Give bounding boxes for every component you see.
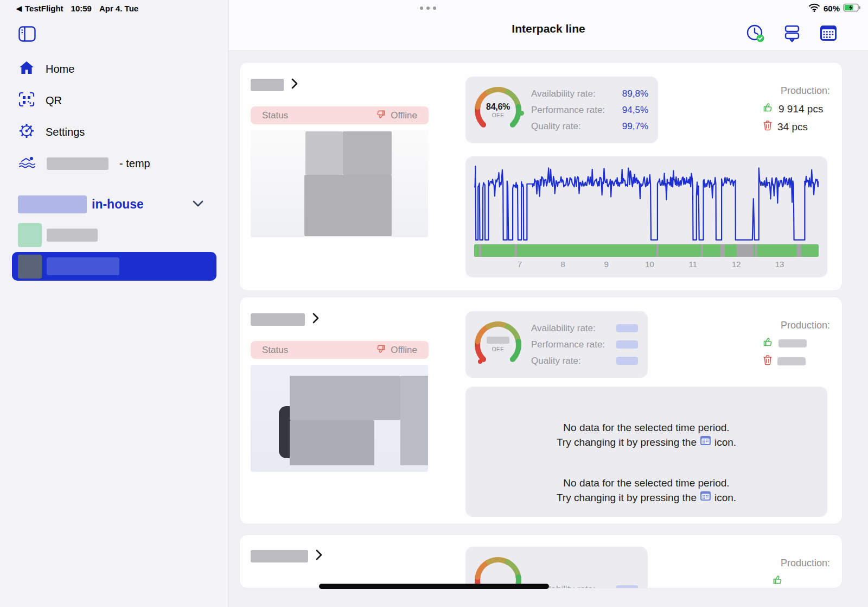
- oee-label: OEE: [492, 112, 505, 118]
- production-label: Production:: [763, 320, 830, 331]
- redacted-line-name: [47, 257, 119, 275]
- sidebar-line-item-selected[interactable]: [12, 252, 216, 281]
- redacted-production-count: [778, 339, 807, 347]
- back-to-app-icon[interactable]: ◀: [16, 4, 22, 12]
- sidebar-toggle-button[interactable]: [18, 26, 36, 43]
- no-data-line2-prefix: Try changing it by pressing the: [557, 435, 697, 450]
- chart-ticks: 78910111213: [474, 260, 819, 270]
- no-data-line2-suffix: icon.: [714, 435, 736, 450]
- clock-check-icon: [746, 37, 765, 45]
- machine-card-3: Availability rate: Production:: [240, 535, 842, 588]
- sidebar-item-label: - temp: [119, 157, 150, 170]
- back-to-app-label[interactable]: TestFlight: [25, 4, 63, 13]
- redacted-rate-value: [616, 357, 638, 365]
- machine-photo: [251, 365, 428, 472]
- battery-charging-icon: [843, 3, 861, 14]
- chevron-down-icon[interactable]: [193, 199, 203, 209]
- status-value: Offline: [391, 110, 417, 121]
- no-data-line2-prefix: Try changing it by pressing the: [557, 490, 697, 505]
- calendar-button[interactable]: [819, 24, 838, 43]
- calendar-inline-icon: [700, 435, 711, 450]
- sidebar-toggle-icon: [18, 35, 36, 43]
- redacted-photo-block: [290, 420, 374, 465]
- redacted-machine-title: [251, 313, 305, 326]
- oee-gauge: 84,6% OEE: [473, 85, 523, 135]
- sidebar-item-qr[interactable]: QR: [18, 91, 62, 110]
- production-label: Production:: [763, 85, 830, 97]
- status-date: Apr 4. Tue: [99, 4, 138, 13]
- production-panel: Production:: [763, 558, 830, 588]
- status-badge: Status Offline: [251, 106, 429, 124]
- status-bar-right: 60%: [808, 3, 861, 14]
- sidebar-item-label: Home: [46, 63, 74, 75]
- redacted-rate-value: [616, 585, 638, 588]
- thumbs-up-icon: [773, 574, 783, 588]
- trash-icon: [763, 120, 773, 134]
- production-panel: Production:: [763, 320, 830, 372]
- chart-tick-label: 8: [561, 260, 565, 269]
- availability-stop-segment: [720, 244, 725, 257]
- sidebar-item-settings[interactable]: Settings: [18, 123, 85, 141]
- rate-value: 89,8%: [622, 88, 648, 99]
- no-data-line1: No data for the selected time period.: [465, 420, 827, 435]
- home-icon: [18, 60, 35, 78]
- sidebar-section-inhouse[interactable]: in-house: [18, 194, 213, 214]
- redacted-photo-block: [304, 175, 392, 236]
- section-title: in-house: [92, 197, 144, 212]
- no-data-line1: No data for the selected time period.: [465, 476, 827, 490]
- speed-chart: 78910111213: [465, 156, 827, 277]
- header-actions: [746, 24, 838, 43]
- redacted-rate-value: [616, 340, 638, 349]
- rate-label: Performance rate:: [531, 105, 605, 116]
- sidebar: ◀ TestFlight 10:59 Apr 4. Tue Home QR: [0, 0, 228, 607]
- oee-panel: OEE Availability rate: Performance rate:…: [465, 311, 648, 378]
- machine-card-header[interactable]: [251, 549, 322, 562]
- oee-panel: Availability rate:: [465, 547, 648, 588]
- rate-value: 99,7%: [622, 121, 648, 132]
- status-value: Offline: [391, 345, 417, 356]
- chart-tick-label: 9: [604, 260, 608, 269]
- thumbs-down-icon: [375, 344, 386, 357]
- sidebar-line-item[interactable]: [18, 223, 98, 247]
- rate-label: Performance rate:: [531, 339, 605, 350]
- redacted-machine-title: [251, 79, 284, 91]
- availability-stop-segment: [737, 244, 754, 257]
- thumbs-up-icon: [763, 102, 774, 116]
- oee-value: 84,6%: [486, 102, 510, 112]
- production-good-count: 9 914 pcs: [778, 103, 823, 115]
- time-filter-button[interactable]: [746, 24, 765, 43]
- status-label: Status: [262, 345, 288, 356]
- no-data-message: No data for the selected time period. Tr…: [465, 420, 827, 450]
- availability-stop-segment: [755, 244, 757, 257]
- availability-stop-segment: [701, 244, 703, 257]
- oee-gauge: OEE: [473, 320, 523, 370]
- redacted-machine-title: [251, 550, 308, 562]
- machine-card-header[interactable]: [251, 313, 319, 326]
- machine-card-header[interactable]: [251, 78, 298, 91]
- sidebar-item-label: QR: [46, 94, 62, 107]
- redacted-photo-block: [290, 376, 400, 420]
- sidebar-item-temp[interactable]: - temp: [18, 154, 150, 173]
- rate-label: Availability rate:: [531, 323, 596, 334]
- chart-tick-label: 7: [518, 260, 522, 269]
- rate-label: Quality rate:: [531, 121, 581, 132]
- speed-chart-svg: [474, 162, 819, 242]
- sidebar-item-home[interactable]: Home: [18, 60, 74, 78]
- group-filter-button[interactable]: [782, 24, 802, 43]
- main-header: Interpack line: [229, 0, 868, 51]
- redacted-photo-block: [400, 376, 428, 465]
- chart-tick-label: 12: [732, 260, 741, 269]
- chart-tick-label: 11: [689, 260, 698, 269]
- machine-photo: [251, 130, 428, 237]
- chevron-right-icon: [312, 313, 319, 326]
- oee-panel: 84,6% OEE Availability rate:89,8% Perfor…: [465, 77, 658, 143]
- home-indicator[interactable]: [319, 584, 549, 589]
- speed-chart-polyline: [474, 166, 819, 240]
- gear-icon: [18, 123, 35, 141]
- redacted-oee-value: [487, 337, 509, 344]
- status-bar-left: ◀ TestFlight 10:59 Apr 4. Tue: [16, 4, 138, 13]
- wifi-icon: [808, 3, 820, 14]
- rate-value: 94,5%: [622, 105, 648, 116]
- chart-tick-label: 13: [775, 260, 784, 269]
- rate-label: Quality rate:: [531, 356, 581, 366]
